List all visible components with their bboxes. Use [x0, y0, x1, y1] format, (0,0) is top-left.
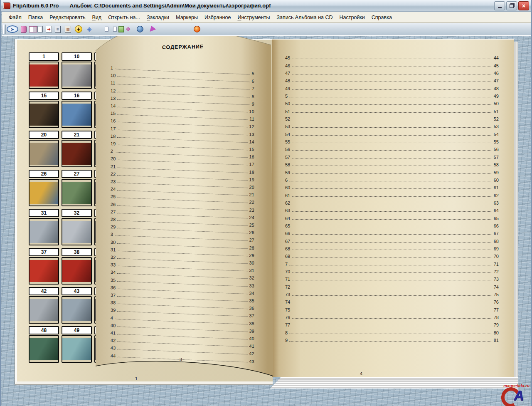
toc-row[interactable]: 5151 — [285, 106, 499, 114]
minimize-button[interactable] — [494, 1, 505, 10]
toc-row[interactable]: 5959 — [285, 167, 499, 175]
open-book-button[interactable] — [29, 25, 37, 34]
thumbnail-37[interactable]: 37 — [29, 248, 59, 285]
toc-row[interactable]: 6162 — [285, 190, 499, 198]
toolbar-grip[interactable] — [3, 25, 6, 34]
restore-icon — [510, 4, 514, 8]
toc-row[interactable]: 7577 — [285, 304, 499, 312]
thumbnail-38[interactable]: 38 — [62, 248, 92, 285]
menu-item-Маркеры[interactable]: Маркеры — [172, 13, 201, 22]
thumbnail-20[interactable]: 20 — [29, 131, 59, 167]
menu-item-Инструменты[interactable]: Инструменты — [234, 13, 273, 22]
menu-item-Справка[interactable]: Справка — [368, 13, 395, 22]
hotspot-button[interactable] — [194, 25, 200, 34]
view-mode-button[interactable]: ➤ — [7, 25, 18, 34]
toc-row[interactable]: 6970 — [285, 251, 499, 259]
thumbnail-49[interactable]: 49 — [62, 326, 92, 363]
toc-page-number: 38 — [249, 321, 254, 326]
new-page-button[interactable] — [37, 25, 43, 34]
toc-row[interactable]: 771 — [285, 259, 499, 266]
toc-row[interactable]: 5252 — [285, 114, 499, 121]
page-small-1-button[interactable] — [105, 25, 109, 34]
thumbnail-1[interactable]: 1 — [29, 52, 59, 89]
menu-item-Закладки[interactable]: Закладки — [143, 13, 172, 22]
toc-row[interactable]: 7072 — [285, 267, 499, 274]
close-button[interactable]: × — [518, 1, 529, 10]
toc-row[interactable]: 6061 — [285, 183, 499, 190]
toc-row[interactable]: 4746 — [285, 68, 499, 76]
toc-row[interactable]: 4847 — [285, 76, 499, 83]
add-button[interactable]: + — [75, 25, 82, 34]
app-title: FlipAlbum 6.0 Pro — [13, 2, 59, 9]
toc-page-number: 19 — [249, 177, 254, 182]
thumbnail-15[interactable]: 15 — [29, 92, 59, 128]
toc-row[interactable]: 6465 — [285, 213, 499, 220]
toc-row[interactable]: 5353 — [285, 121, 499, 129]
restore-button[interactable] — [506, 1, 517, 10]
toc-row[interactable]: 6566 — [285, 221, 499, 228]
toc-page-number: 17 — [249, 162, 254, 167]
menu-item-Открыть на...[interactable]: Открыть на... — [105, 13, 143, 22]
menu-item-Избранное[interactable]: Избранное — [201, 13, 234, 22]
toc-row[interactable]: 4645 — [285, 60, 499, 68]
toc-row[interactable]: 5757 — [285, 152, 499, 159]
menu-item-Папка[interactable]: Папка — [25, 13, 46, 22]
page-small-2-button[interactable] — [113, 25, 117, 34]
toc-row[interactable]: 5858 — [285, 160, 499, 167]
toc-row[interactable]: 6364 — [285, 205, 499, 213]
thumbnail-43[interactable]: 43 — [62, 287, 92, 324]
toc-row[interactable]: 7476 — [285, 297, 499, 304]
watermark-logo-letter: A — [514, 388, 524, 404]
toc-row[interactable]: 880 — [285, 327, 499, 335]
toc-row[interactable]: 6263 — [285, 198, 499, 205]
toc-row[interactable]: 549 — [285, 91, 499, 99]
flip-book-button[interactable] — [21, 25, 27, 34]
menu-item-Запись Альбома на CD[interactable]: Запись Альбома на CD — [273, 13, 336, 22]
toc-row[interactable]: 4948 — [285, 83, 499, 91]
palette-button[interactable]: ❖ — [126, 25, 131, 34]
toc-row[interactable]: 6768 — [285, 236, 499, 243]
toc-row[interactable]: 7678 — [285, 312, 499, 320]
album-right-page[interactable]: 4544464547464847494854950505151525253535… — [272, 39, 514, 377]
thumbnail-26[interactable]: 26 — [29, 170, 59, 206]
flip-pointer-button[interactable] — [150, 25, 156, 34]
title-bar[interactable]: FlipAlbum 6.0 Pro Альбом: C:\Documents a… — [1, 0, 531, 12]
toc-dotted-leader — [292, 227, 492, 227]
globe-button[interactable] — [137, 25, 143, 34]
thumbnail-21[interactable]: 21 — [62, 131, 92, 167]
toc-row[interactable]: 7173 — [285, 274, 499, 282]
goto-page-button[interactable]: ➜ — [46, 25, 52, 34]
toc-row[interactable]: 5050 — [285, 99, 499, 106]
thumbnail-16[interactable]: 16 — [62, 92, 92, 128]
thumbnail-48[interactable]: 48 — [29, 326, 59, 363]
toc-row[interactable]: 7779 — [285, 320, 499, 327]
toc-row[interactable]: 660 — [285, 175, 499, 183]
thumbnail-32[interactable]: 32 — [62, 209, 92, 245]
menu-item-Вид[interactable]: Вид — [89, 13, 105, 22]
green-pages-button[interactable] — [118, 25, 124, 34]
page-stack-right-edge[interactable] — [514, 42, 518, 377]
thumbnail-10[interactable]: 10 — [62, 52, 92, 89]
toc-row[interactable]: 7274 — [285, 282, 499, 289]
paste-image-button[interactable]: ▦ — [65, 25, 71, 34]
flipping-page[interactable]: СОДЕРЖАНИЕ 15106117128139141015111612171… — [91, 24, 278, 379]
menu-item-Настройки[interactable]: Настройки — [336, 13, 368, 22]
layers-button[interactable]: ◈ — [87, 25, 92, 34]
toc-dotted-leader — [292, 280, 492, 280]
toc-row[interactable]: 5454 — [285, 129, 499, 136]
toc-row[interactable]: 5555 — [285, 137, 499, 144]
toc-row[interactable]: 981 — [285, 335, 499, 343]
menu-item-Файл[interactable]: Файл — [5, 13, 25, 22]
menu-item-Редактировать[interactable]: Редактировать — [46, 13, 89, 22]
thumbnail-31[interactable]: 31 — [29, 209, 59, 245]
clipboard-button[interactable]: ≡ — [55, 25, 61, 34]
toc-row[interactable]: 4544 — [285, 53, 499, 60]
toc-row[interactable]: 5656 — [285, 144, 499, 152]
thumbnail-27[interactable]: 27 — [62, 170, 92, 206]
toc-row[interactable]: 7375 — [285, 290, 499, 297]
thumbnail-frame — [29, 218, 59, 245]
toc-entry-number: 28 — [111, 217, 116, 222]
toc-row[interactable]: 6869 — [285, 244, 499, 251]
thumbnail-42[interactable]: 42 — [29, 287, 59, 324]
toc-row[interactable]: 6667 — [285, 228, 499, 236]
